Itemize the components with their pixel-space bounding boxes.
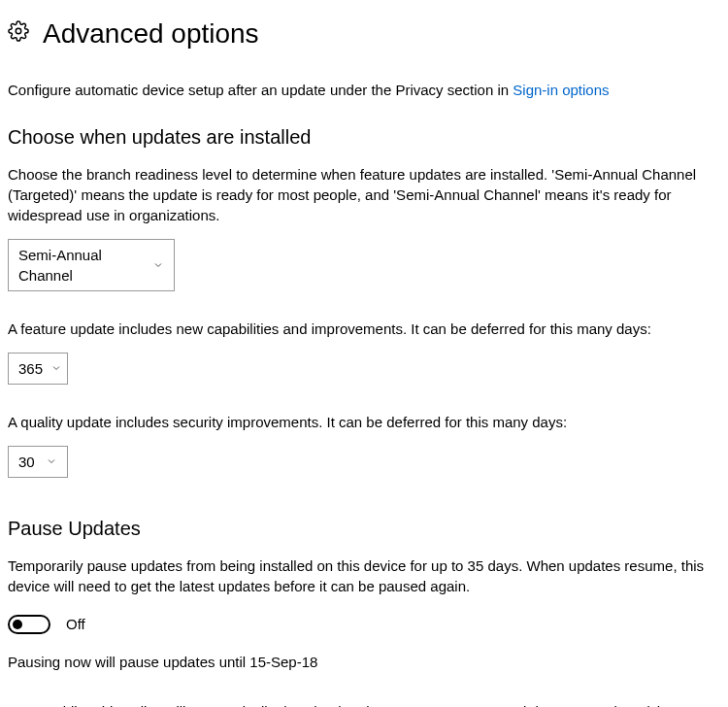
chevron-down-icon bbox=[38, 452, 57, 472]
pause-toggle-row: Off bbox=[8, 614, 720, 634]
intro-prefix: Configure automatic device setup after a… bbox=[8, 82, 513, 98]
quality-defer-select[interactable]: 30 bbox=[8, 446, 68, 478]
pause-updates-heading: Pause Updates bbox=[8, 515, 720, 542]
metered-label: Enabling this policy will automatically … bbox=[37, 701, 720, 707]
quality-defer-value: 30 bbox=[18, 452, 35, 472]
svg-point-0 bbox=[16, 28, 21, 34]
branch-readiness-select[interactable]: Semi-Annual Channel bbox=[8, 239, 175, 291]
chevron-down-icon bbox=[145, 255, 164, 276]
metered-checkbox-row: Enabling this policy will automatically … bbox=[8, 701, 720, 707]
pause-toggle-label: Off bbox=[66, 614, 85, 634]
pause-toggle[interactable] bbox=[8, 615, 50, 634]
intro-text: Configure automatic device setup after a… bbox=[8, 80, 720, 100]
pause-until-text: Pausing now will pause updates until 15-… bbox=[8, 652, 720, 672]
quality-defer-text: A quality update includes security impro… bbox=[8, 412, 720, 432]
pause-description: Temporarily pause updates from being ins… bbox=[8, 556, 720, 596]
feature-defer-value: 365 bbox=[18, 358, 43, 379]
choose-updates-heading: Choose when updates are installed bbox=[8, 123, 720, 151]
page-title: Advanced options bbox=[43, 15, 259, 52]
gear-icon bbox=[8, 20, 29, 47]
page-header: Advanced options bbox=[8, 15, 720, 52]
branch-readiness-value: Semi-Annual Channel bbox=[18, 245, 145, 286]
feature-defer-select[interactable]: 365 bbox=[8, 353, 68, 385]
chevron-down-icon bbox=[43, 358, 62, 379]
signin-options-link[interactable]: Sign-in options bbox=[513, 82, 609, 98]
branch-description: Choose the branch readiness level to det… bbox=[8, 164, 720, 225]
feature-defer-text: A feature update includes new capabiliti… bbox=[8, 319, 720, 339]
